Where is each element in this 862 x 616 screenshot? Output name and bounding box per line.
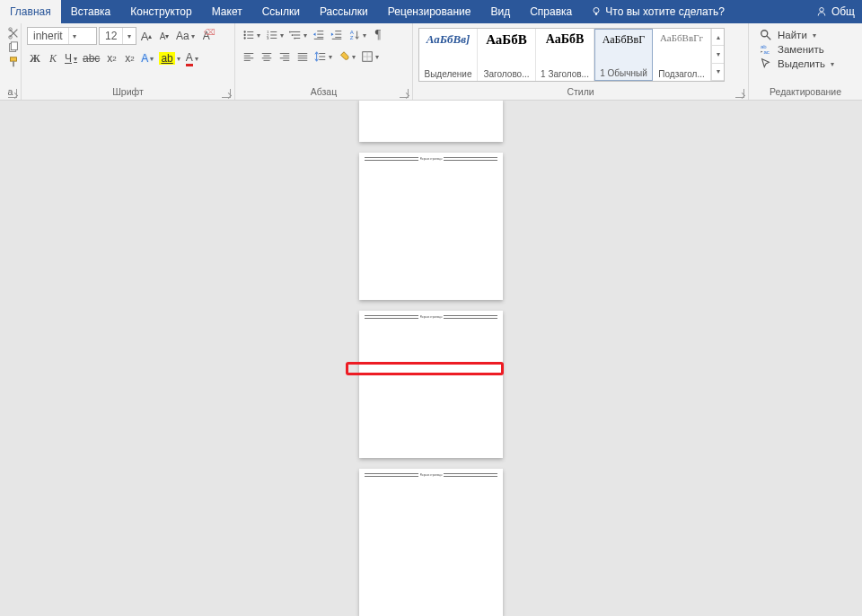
style-subtitle[interactable]: АаБбВвГг Подзагол... <box>653 29 711 81</box>
page-2[interactable]: Разрыв страницы <box>359 153 503 300</box>
shading-button[interactable] <box>336 48 357 65</box>
clipboard-group-label: а <box>0 84 21 100</box>
share-button[interactable]: Общ <box>808 0 862 23</box>
svg-rect-6 <box>11 42 17 50</box>
replace-button[interactable]: abac Заменить <box>754 42 830 57</box>
text-effects-button[interactable]: A <box>139 50 155 66</box>
select-button[interactable]: Выделить ▾ <box>754 57 840 71</box>
font-name-combo[interactable]: inherit▾ <box>27 27 97 45</box>
page-header: Разрыв страницы <box>365 316 497 318</box>
replace-label: Заменить <box>778 44 824 55</box>
cursor-icon <box>760 57 772 70</box>
clipboard-dialog-launcher[interactable] <box>8 89 17 98</box>
bold-button[interactable]: Ж <box>27 50 43 66</box>
font-dialog-launcher[interactable] <box>222 89 231 98</box>
font-size-combo[interactable]: 12▾ <box>99 27 136 45</box>
svg-point-9 <box>243 31 245 32</box>
tab-references[interactable]: Ссылки <box>252 0 310 23</box>
style-sample: АаБбВвГг <box>660 32 703 43</box>
tab-view[interactable]: Вид <box>480 0 520 23</box>
tab-insert[interactable]: Вставка <box>61 0 121 23</box>
decrease-indent-button[interactable] <box>311 27 327 43</box>
subscript-button[interactable]: x2 <box>103 50 119 66</box>
svg-point-0 <box>594 8 599 13</box>
highlight-button[interactable]: ab <box>157 50 181 66</box>
page-3[interactable]: Разрыв страницы <box>359 311 503 458</box>
clipboard-group: а <box>0 23 22 100</box>
style-name: Заголово... <box>484 69 530 79</box>
tab-home[interactable]: Главная <box>0 0 61 23</box>
italic-button[interactable]: К <box>45 50 61 66</box>
tab-review[interactable]: Рецензирование <box>378 0 481 23</box>
svg-point-2 <box>820 8 824 13</box>
replace-icon: abac <box>760 43 772 56</box>
bullets-button[interactable] <box>241 27 262 43</box>
styles-scroll-up[interactable]: ▴ <box>712 29 724 46</box>
superscript-button[interactable]: x2 <box>121 50 137 66</box>
styles-scroll: ▴ ▾ ▾ <box>711 29 724 81</box>
paragraph-group-label: Абзац <box>235 84 412 100</box>
styles-show-all[interactable]: ▾ <box>712 64 724 81</box>
style-sample: АаБбВ <box>546 32 585 47</box>
increase-indent-button[interactable] <box>329 27 345 43</box>
style-name: Выделение <box>425 69 472 79</box>
svg-rect-1 <box>595 13 597 15</box>
copy-icon[interactable] <box>7 41 20 54</box>
paragraph-dialog-launcher[interactable] <box>400 89 409 98</box>
tell-me-search[interactable]: Что вы хотите сделать? <box>582 5 734 18</box>
font-size-value: 12 <box>100 28 122 44</box>
page-header: Разрыв страницы <box>365 474 497 476</box>
page-4[interactable]: Разрыв страницы <box>359 469 503 616</box>
page-header: Разрыв страницы <box>365 158 497 160</box>
change-case-button[interactable]: Aa <box>174 28 197 44</box>
svg-rect-8 <box>13 61 14 66</box>
styles-dialog-launcher[interactable] <box>735 89 744 98</box>
styles-group-label: Стили <box>413 84 748 100</box>
search-icon <box>760 29 772 41</box>
styles-scroll-down[interactable]: ▾ <box>712 46 724 63</box>
align-left-button[interactable] <box>241 48 257 65</box>
underline-button[interactable]: Ч <box>63 50 79 66</box>
page-1[interactable] <box>359 101 503 142</box>
style-sample: АаБбВвГ <box>603 33 645 47</box>
clear-formatting-button[interactable]: A⌫ <box>198 28 215 44</box>
document-area[interactable]: Разрыв страницы Разрыв страницы Разрыв с… <box>0 101 862 616</box>
ribbon-tabs: Главная Вставка Конструктор Макет Ссылки… <box>0 0 862 23</box>
tab-help[interactable]: Справка <box>520 0 582 23</box>
shrink-font-button[interactable]: A▾ <box>156 28 172 44</box>
paragraph-group: 123 AZ ¶ Абзац <box>235 23 413 100</box>
tab-mailings[interactable]: Рассылки <box>310 0 378 23</box>
borders-button[interactable] <box>359 48 381 65</box>
sort-button[interactable]: AZ <box>347 27 368 43</box>
editing-group: Найти ▾ abac Заменить Выделить ▾ Редакти… <box>749 23 862 100</box>
format-painter-icon[interactable] <box>7 56 20 68</box>
svg-point-21 <box>761 31 768 37</box>
style-emphasis[interactable]: АаБбВв] Выделение <box>419 29 478 81</box>
tab-layout[interactable]: Макет <box>202 0 252 23</box>
styles-gallery: АаБбВв] Выделение АаБбВ Заголово... АаБб… <box>418 28 725 82</box>
font-color-button[interactable]: A <box>184 50 200 66</box>
show-marks-button[interactable]: ¶ <box>370 27 386 43</box>
svg-point-10 <box>243 34 245 36</box>
numbering-button[interactable]: 123 <box>264 27 286 43</box>
svg-rect-7 <box>11 57 17 61</box>
style-sample: АаБбВв] <box>427 32 471 47</box>
style-heading2[interactable]: АаБбВ 1 Заголов... <box>536 29 594 81</box>
multilevel-list-button[interactable] <box>287 27 309 43</box>
style-heading1[interactable]: АаБбВ Заголово... <box>478 29 536 81</box>
strikethrough-button[interactable]: abc <box>81 50 101 66</box>
tab-design[interactable]: Конструктор <box>120 0 201 23</box>
line-spacing-button[interactable] <box>312 48 334 65</box>
style-normal[interactable]: АаБбВвГ 1 Обычный <box>594 29 653 81</box>
find-button[interactable]: Найти ▾ <box>754 28 822 42</box>
grow-font-button[interactable]: A▴ <box>138 28 154 44</box>
svg-point-17 <box>294 38 295 40</box>
ribbon: а inherit▾ 12▾ A▴ A▾ Aa A⌫ Ж К Ч abc <box>0 23 862 101</box>
cut-icon[interactable] <box>7 27 20 40</box>
svg-text:3: 3 <box>267 36 269 40</box>
justify-button[interactable] <box>295 48 311 65</box>
svg-point-16 <box>292 34 294 36</box>
align-center-button[interactable] <box>259 48 275 65</box>
align-right-button[interactable] <box>277 48 293 65</box>
share-label: Общ <box>831 0 855 23</box>
